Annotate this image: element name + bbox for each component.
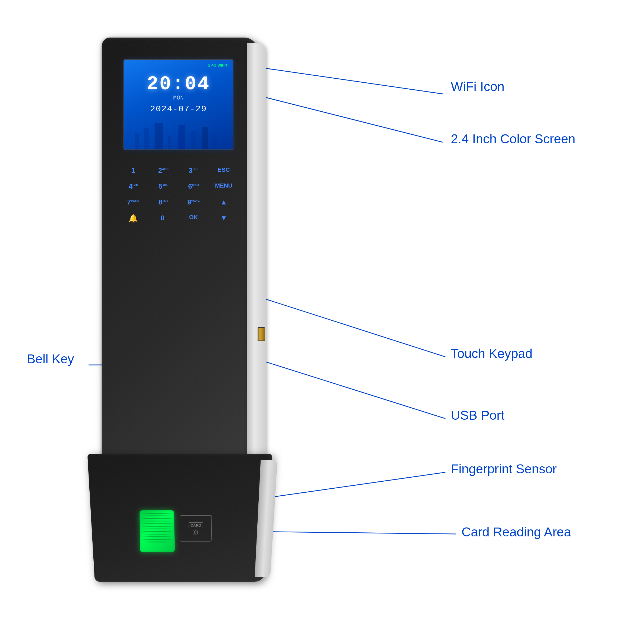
keypad-row-3: 7PQRS 8TUV 9WXYZ ▲ — [118, 198, 239, 206]
device-right-edge — [247, 43, 266, 462]
wifi-icon: 2.4G WiFi▾ — [208, 63, 227, 67]
card-reading-area[interactable]: CARD ))) — [180, 515, 212, 541]
key-3[interactable]: 3DEF — [184, 166, 203, 175]
device: 2.4G WiFi▾ 20:04 MON 2024-07-29 1 2ABC 3… — [91, 38, 284, 590]
keypad-row-1: 1 2ABC 3DEF ESC — [118, 166, 239, 175]
key-6[interactable]: 6MNO — [184, 182, 203, 191]
key-menu[interactable]: MENU — [214, 182, 233, 191]
touch-keypad: 1 2ABC 3DEF ESC 4GHI 5JKL — [118, 166, 239, 317]
screen-time: 20:04 — [124, 73, 233, 95]
key-0[interactable]: 0_ — [154, 214, 173, 223]
card-wave-icon: ))) — [193, 529, 198, 535]
screen-date: 2024-07-29 — [124, 104, 233, 114]
keypad-row-2: 4GHI 5JKL 6MNO MENU — [118, 182, 239, 191]
fingerprint-lines — [142, 513, 172, 549]
device-upper-body: 2.4G WiFi▾ 20:04 MON 2024-07-29 1 2ABC 3… — [102, 38, 258, 467]
key-5[interactable]: 5JKL — [154, 182, 173, 191]
key-7[interactable]: 7PQRS — [124, 198, 142, 206]
device-lower-right-edge — [255, 460, 277, 577]
key-9[interactable]: 9WXYZ — [184, 198, 203, 206]
keypad-row-4: 🔔 0_ OK ▼ — [118, 214, 239, 223]
key-8[interactable]: 8TUV — [154, 198, 173, 206]
key-4[interactable]: 4GHI — [124, 182, 142, 191]
usb-port[interactable] — [258, 327, 265, 341]
key-bell[interactable]: 🔔 — [124, 214, 142, 223]
device-lower-body: CARD ))) — [87, 454, 272, 582]
lcd-screen: 2.4G WiFi▾ 20:04 MON 2024-07-29 — [123, 59, 233, 150]
key-esc[interactable]: ESC — [214, 166, 233, 175]
key-2[interactable]: 2ABC — [154, 166, 173, 175]
card-label: CARD — [189, 522, 203, 528]
key-up[interactable]: ▲ — [214, 198, 233, 206]
screen-background: 2.4G WiFi▾ 20:04 MON 2024-07-29 — [124, 60, 233, 149]
key-1[interactable]: 1 — [124, 166, 142, 175]
key-down[interactable]: ▼ — [214, 214, 233, 223]
key-ok[interactable]: OK — [184, 214, 203, 223]
fingerprint-sensor[interactable] — [140, 510, 175, 552]
screen-day: MON — [124, 95, 233, 101]
